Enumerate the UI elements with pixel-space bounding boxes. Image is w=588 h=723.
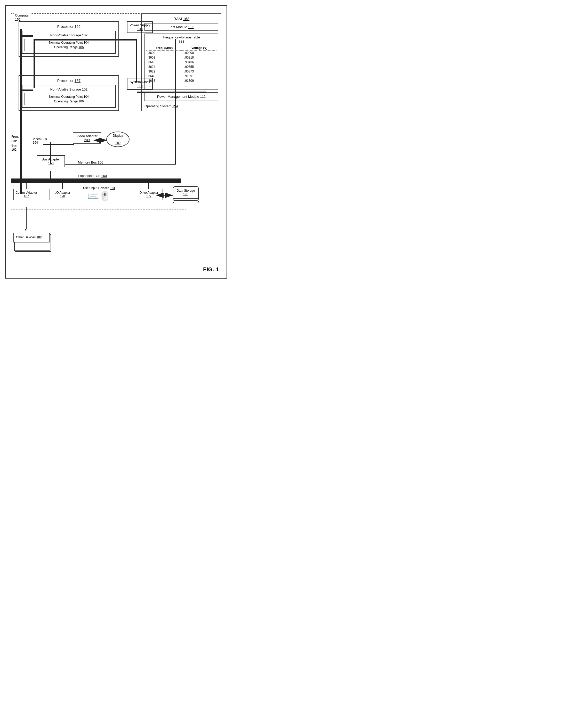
fsb-label: FrontSideBus162	[12, 135, 19, 152]
data-storage-container: Data Storage 170	[173, 186, 199, 203]
display-ellipse: Display 180	[106, 131, 129, 147]
volt-cell: .90000	[182, 50, 216, 55]
table-row: 3632.90873	[146, 69, 216, 74]
volt-cell: .90436	[182, 60, 216, 64]
system-clock-box: System Clock 110	[127, 78, 153, 90]
fig-label: FIG. 1	[203, 266, 219, 273]
table-row: 3600.90000	[146, 50, 216, 55]
table-row: 3648.91309	[146, 79, 216, 83]
comm-adapter-box: Comm. Adapter 167	[14, 189, 39, 200]
freq-cell: 3616	[146, 60, 182, 64]
freq-cell: 3624	[146, 64, 182, 69]
table-row: ......	[146, 83, 216, 88]
nvs-157-box: Non-Volatile Storage 102 Nominal Operati…	[22, 85, 116, 108]
memory-bus-label: Memory Bus 166	[78, 161, 103, 164]
table-row: 3608.90218	[146, 55, 216, 60]
power-supply-box: Power Supply 108	[127, 21, 153, 33]
test-module-box: Test Module 111	[145, 23, 218, 31]
volt-cell: .91309	[182, 79, 216, 83]
processor-157-label: Processor 157	[22, 79, 116, 83]
freq-cell: 3600	[146, 50, 182, 55]
other-devices-stack: Other Devices 182	[14, 233, 49, 242]
table-row: 3624.90655	[146, 64, 216, 69]
table-row: 3616.90436	[146, 60, 216, 64]
processor-156-box: Processor 156 Non-Volatile Storage 102 N…	[19, 21, 119, 57]
volt-cell: .90655	[182, 64, 216, 69]
bus-adapter-box: Bus Adapter 158	[37, 155, 65, 167]
ram-title: RAM 168	[145, 17, 218, 21]
expansion-bus-label: Expansion Bus 160	[78, 174, 107, 178]
drive-adapter-box: Drive Adapter 172	[135, 189, 163, 200]
io-adapter-box: I/O Adapter 178	[49, 189, 75, 200]
ram-box: RAM 168 Test Module 111 Frequency-Voltag…	[141, 14, 222, 111]
processor-157-box: Processor 157 Non-Volatile Storage 102 N…	[19, 75, 119, 111]
freq-volt-table-box: Frequency-Voltage Table 114 Freq. (MHz) …	[145, 34, 218, 89]
computer-label: Computer 152	[14, 14, 31, 21]
volt-cell: .91091	[182, 74, 216, 79]
col-freq-header: Freq. (MHz)	[146, 46, 182, 50]
volt-cell: .90873	[182, 69, 216, 74]
volt-cell: ...	[182, 83, 216, 88]
table-row: 3640.91091	[146, 74, 216, 79]
video-bus-label: Video Bus 164	[33, 137, 47, 145]
freq-cell: 3632	[146, 69, 182, 74]
nvs-157-label: Non-Volatile Storage 102	[24, 87, 113, 91]
page: Computer 152 RAM 168 Test Module 111 Fre…	[5, 5, 227, 279]
video-adapter-box: Video Adapter 209	[73, 132, 101, 144]
nvs-156-box: Non-Volatile Storage 102 Nominal Operati…	[22, 31, 116, 54]
nop-156-box: Nominal Operating Point 104 Operating Ra…	[24, 39, 113, 51]
svg-marker-14	[25, 229, 26, 231]
svg-rect-13	[26, 207, 26, 229]
freq-cell: 3608	[146, 55, 182, 60]
power-mgmt-box: Power Management Module 112	[145, 92, 218, 101]
col-volt-header: Voltage (V)	[182, 46, 216, 50]
freq-volt-title: Frequency-Voltage Table 114	[146, 35, 216, 44]
freq-volt-table: Freq. (MHz) Voltage (V) 3600.900003608.9…	[146, 46, 216, 88]
nop-157-box: Nominal Operating Point 104 Operating Ra…	[24, 93, 113, 105]
nvs-156-label: Non-Volatile Storage 102	[24, 33, 113, 37]
expansion-bus-bar	[11, 178, 181, 183]
user-input-label: User Input Devices 181 ⌨️🖱️	[83, 186, 115, 202]
processor-156-label: Processor 156	[22, 24, 116, 29]
os-label: Operating System 154	[145, 103, 218, 108]
volt-cell: .90218	[182, 55, 216, 60]
other-devices-box: Other Devices 182	[14, 233, 49, 242]
